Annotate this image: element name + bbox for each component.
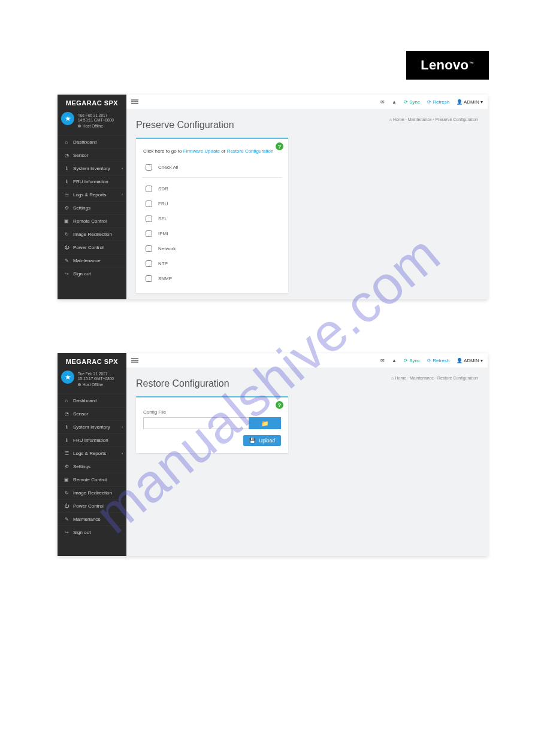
sidebar-item-icon: ✎ — [64, 517, 69, 522]
sidebar-item[interactable]: ⌂ Dashboard — [58, 135, 126, 148]
screenshot-restore: MEGARAC SPX ★ Tue Feb 21 2017 15:15:17 G… — [58, 353, 488, 556]
warning-icon[interactable]: ▲ — [392, 99, 397, 105]
sidebar-item-icon: ☰ — [64, 451, 69, 456]
sidebar-item-icon: ✎ — [64, 258, 69, 263]
option-checkbox[interactable]: FRU — [143, 196, 281, 211]
sidebar-item[interactable]: ⚙ Settings — [58, 460, 126, 473]
check-all[interactable]: Check All — [143, 160, 281, 175]
mail-icon[interactable]: ✉ — [380, 99, 385, 105]
refresh-button[interactable]: ⟳ Refresh — [427, 99, 449, 105]
sidebar-item[interactable]: ↻ Image Redirection — [58, 227, 126, 241]
help-icon[interactable]: ? — [276, 401, 283, 409]
sidebar-item[interactable]: ▣ Remote Control — [58, 473, 126, 486]
warning-icon[interactable]: ▲ — [392, 358, 397, 363]
sidebar-item-label: System Inventory — [73, 166, 110, 171]
sidebar-item-label: Sign out — [73, 271, 90, 277]
folder-icon: 📁 — [261, 420, 268, 427]
sidebar-item-label: Dashboard — [73, 398, 96, 403]
sidebar-item-icon: ⌂ — [64, 139, 69, 145]
sidebar-item-label: Dashboard — [73, 139, 96, 145]
sidebar-item-label: Settings — [73, 205, 90, 211]
sidebar-item-label: Remote Control — [73, 218, 107, 224]
app-title: MEGARAC SPX — [58, 353, 126, 368]
sidebar-item[interactable]: ✎ Maintenance — [58, 254, 126, 267]
sidebar-item-label: Remote Control — [73, 477, 107, 482]
sidebar-item[interactable]: ⌂ Dashboard — [58, 394, 126, 407]
sidebar-item-icon: ↪ — [64, 530, 69, 535]
user-menu[interactable]: 👤 ADMIN ▾ — [457, 358, 483, 363]
lenovo-logo: Lenovo™ — [406, 51, 489, 80]
star-icon: ★ — [61, 112, 74, 125]
sidebar-item-icon: ↻ — [64, 232, 69, 237]
sync-button[interactable]: ⟳ Sync — [404, 99, 420, 105]
hamburger-icon[interactable] — [131, 357, 138, 364]
sidebar-item-icon: ⏻ — [64, 503, 69, 509]
chevron-right-icon: › — [122, 425, 123, 429]
intro-text: Click here to go to Firmware Update or R… — [143, 148, 281, 154]
option-checkbox[interactable]: Network — [143, 241, 281, 256]
sidebar-item[interactable]: ☰ Logs & Reports › — [58, 447, 126, 460]
sidebar-item[interactable]: ↪ Sign out — [58, 526, 126, 539]
sidebar-item-label: System Inventory — [73, 424, 110, 430]
option-checkbox[interactable]: SEL — [143, 211, 281, 226]
option-checkbox[interactable]: SNMP — [143, 271, 281, 286]
sidebar-item-icon: ↪ — [64, 271, 69, 277]
sidebar-item-label: Power Control — [73, 245, 104, 250]
sidebar: MEGARAC SPX ★ Tue Feb 21 2017 14:53:11 G… — [58, 95, 126, 299]
breadcrumb: ⌂ Home · Maintenance · Restore Configura… — [391, 376, 478, 380]
breadcrumb: ⌂ Home · Maintenance · Preserve Configur… — [389, 117, 478, 122]
sidebar-item[interactable]: ↻ Image Redirection — [58, 486, 126, 499]
sidebar-item[interactable]: ⚙ Settings — [58, 201, 126, 214]
option-checkbox[interactable]: IPMI — [143, 226, 281, 241]
sidebar-item[interactable]: ⏻ Power Control — [58, 241, 126, 254]
upload-button[interactable]: 💾 Upload — [243, 435, 281, 446]
sidebar-item-label: Maintenance — [73, 258, 101, 263]
sidebar-item[interactable]: ⏻ Power Control — [58, 499, 126, 512]
sidebar-item[interactable]: ℹ System Inventory › — [58, 420, 126, 433]
star-icon: ★ — [61, 371, 74, 384]
hamburger-icon[interactable] — [131, 99, 138, 105]
sidebar-item-icon: ⚙ — [64, 464, 69, 469]
save-icon: 💾 — [249, 438, 256, 444]
sidebar-item-label: FRU Information — [73, 438, 108, 443]
sidebar-item[interactable]: ℹ FRU Information — [58, 433, 126, 447]
sidebar-item[interactable]: ✎ Maintenance — [58, 512, 126, 526]
sidebar-item-label: Settings — [73, 464, 90, 469]
restore-config-link[interactable]: Restore Configuration — [227, 148, 274, 154]
sidebar-item-icon: ℹ — [64, 424, 69, 430]
restore-card: ? Config File 📁 💾 Upload — [136, 396, 288, 453]
option-checkbox[interactable]: NTP — [143, 256, 281, 271]
sidebar: MEGARAC SPX ★ Tue Feb 21 2017 15:15:17 G… — [58, 353, 126, 556]
config-file-label: Config File — [143, 409, 281, 415]
sidebar-item-icon: ℹ — [64, 179, 69, 184]
sidebar-item-label: Sensor — [73, 411, 88, 417]
sidebar-item-label: Image Redirection — [73, 490, 112, 496]
sidebar-item[interactable]: ℹ System Inventory › — [58, 162, 126, 175]
sidebar-item-label: Logs & Reports — [73, 192, 106, 198]
sidebar-item[interactable]: ☰ Logs & Reports › — [58, 188, 126, 201]
chevron-right-icon: › — [122, 193, 123, 197]
config-file-input[interactable] — [143, 417, 249, 429]
mail-icon[interactable]: ✉ — [380, 358, 385, 363]
sidebar-item[interactable]: ℹ FRU Information — [58, 175, 126, 188]
sidebar-item-icon: ℹ — [64, 438, 69, 443]
sync-button[interactable]: ⟳ Sync — [404, 358, 420, 363]
chevron-right-icon: › — [122, 166, 123, 171]
firmware-update-link[interactable]: Firmware Update — [183, 148, 220, 154]
browse-button[interactable]: 📁 — [249, 417, 281, 429]
user-menu[interactable]: 👤 ADMIN ▾ — [457, 99, 483, 105]
sidebar-item[interactable]: ◔ Sensor — [58, 407, 126, 420]
sidebar-item[interactable]: ◔ Sensor — [58, 148, 126, 162]
status-block: ★ Tue Feb 21 2017 14:53:11 GMT+0800 Host… — [58, 110, 126, 133]
topbar: ✉ ▲ ⟳ Sync ⟳ Refresh 👤 ADMIN ▾ — [126, 353, 488, 368]
sidebar-item-icon: ℹ — [64, 166, 69, 171]
option-checkbox[interactable]: SDR — [143, 181, 281, 196]
refresh-button[interactable]: ⟳ Refresh — [427, 358, 449, 363]
sidebar-item[interactable]: ↪ Sign out — [58, 267, 126, 280]
sidebar-item-icon: ▣ — [64, 218, 69, 224]
preserve-card: ? Click here to go to Firmware Update or… — [136, 138, 288, 293]
sidebar-item-label: Sign out — [73, 530, 90, 535]
help-icon[interactable]: ? — [276, 142, 283, 150]
sidebar-item[interactable]: ▣ Remote Control — [58, 214, 126, 227]
status-block: ★ Tue Feb 21 2017 15:15:17 GMT+0800 Host… — [58, 368, 126, 391]
